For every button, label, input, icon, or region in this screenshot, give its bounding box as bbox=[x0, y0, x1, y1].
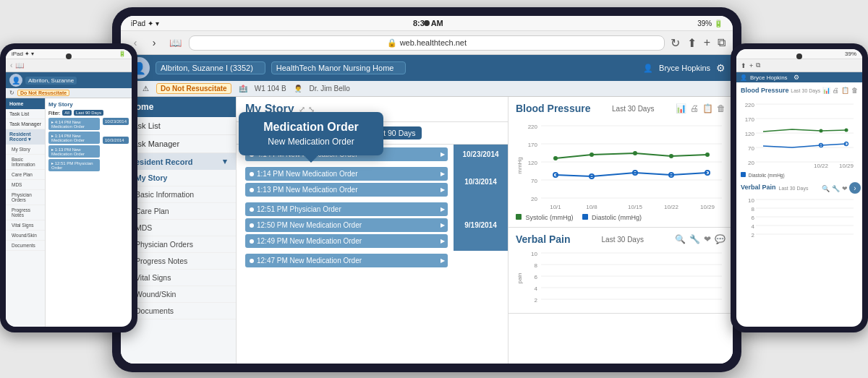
share-button[interactable]: ⬆ bbox=[687, 36, 697, 50]
right-browser-bar: ⬆ + ⧉ bbox=[736, 59, 862, 72]
right-diastolic-legend: Diastolic (mmHg) bbox=[741, 172, 785, 178]
right-bp-icon3[interactable]: 📋 bbox=[841, 87, 849, 94]
entry-card-2[interactable]: 1:14 PM New Medication Order bbox=[245, 167, 448, 181]
bp-icon-3[interactable]: 📋 bbox=[702, 103, 713, 113]
pain-icon-2[interactable]: 🔧 bbox=[689, 234, 700, 244]
sidebar-woundskin[interactable]: Wound/Skin bbox=[121, 286, 236, 303]
sidebar-mystory[interactable]: My Story bbox=[121, 170, 236, 186]
left-entry-3[interactable]: ▸ 1:13 PM New Medication Order bbox=[48, 145, 100, 158]
bp-icon-4[interactable]: 🗑 bbox=[717, 103, 726, 113]
left-entry-1[interactable]: ▸ 4:14 PM New Medication Order bbox=[48, 118, 100, 130]
right-share-btn[interactable]: ⬆ bbox=[741, 62, 746, 69]
entry-card-7[interactable]: 12:47 PM New Medication Order bbox=[245, 254, 448, 267]
sidebar-home[interactable]: Home bbox=[121, 97, 236, 117]
bookmarks-button[interactable]: 📖 bbox=[167, 35, 183, 51]
entry-text-3: 1:13 PM New Medication Order bbox=[257, 186, 358, 194]
sidebar-progressnotes[interactable]: Progress Notes bbox=[121, 253, 236, 270]
right-pain-chart: 10 8 6 4 2 bbox=[741, 196, 858, 239]
sidebar-documents[interactable]: Documents bbox=[121, 303, 236, 319]
app-header: 👤 Albriton, Suzanne I (3352) HealthTech … bbox=[121, 55, 733, 81]
svg-text:10/29: 10/29 bbox=[700, 204, 715, 210]
left-sidebar-documents[interactable]: Documents bbox=[6, 241, 45, 251]
left-entry-2[interactable]: ▸ 1:14 PM New Medication Order bbox=[48, 132, 100, 144]
right-pain-icon2[interactable]: 🔧 bbox=[832, 185, 840, 192]
left-sidebar-mystory[interactable]: My Story bbox=[6, 145, 45, 155]
right-bp-icon4[interactable]: 🗑 bbox=[851, 87, 858, 94]
left-sidebar-basicinfo[interactable]: Basic Information bbox=[6, 155, 45, 170]
pain-chart-section: Verbal Pain Last 30 Days 🔍 🔧 ❤ 💬 bbox=[509, 228, 733, 314]
left-sidebar-mds[interactable]: MDS bbox=[6, 180, 45, 190]
systolic-point bbox=[705, 153, 710, 157]
right-ipad-bezel: 39% ⬆ + ⧉ 👤 Bryce Hopkins ⚙ Blood Pressu… bbox=[736, 49, 862, 327]
entry-dot bbox=[250, 259, 254, 263]
address-bar[interactable]: 🔒 web.healthtech.net bbox=[189, 35, 665, 51]
left-sidebar-careplan[interactable]: Care Plan bbox=[6, 170, 45, 180]
left-filter-all[interactable]: All bbox=[62, 110, 72, 116]
entry-card-3[interactable]: 1:13 PM New Medication Order bbox=[245, 183, 448, 197]
svg-text:20: 20 bbox=[531, 196, 537, 202]
right-bp-icon2[interactable]: 🖨 bbox=[833, 87, 839, 94]
pain-icon-4[interactable]: 💬 bbox=[715, 234, 726, 244]
left-resident-select[interactable]: Albriton, Suzanne bbox=[25, 77, 77, 85]
sidebar-taskmanager[interactable]: Task Manager bbox=[121, 135, 236, 153]
sidebar-tasklist[interactable]: Task List bbox=[121, 117, 236, 135]
svg-text:10/22: 10/22 bbox=[664, 204, 679, 210]
url-text: web.healthtech.net bbox=[400, 38, 467, 47]
right-gear-icon[interactable]: ⚙ bbox=[793, 74, 799, 81]
svg-text:6: 6 bbox=[535, 274, 538, 280]
right-pain-icon3[interactable]: ❤ bbox=[842, 185, 848, 192]
sidebar-mds[interactable]: MDS bbox=[121, 220, 236, 236]
right-username: Bryce Hopkins bbox=[750, 74, 788, 81]
sidebar-vitalsigns[interactable]: Vital Signs bbox=[121, 270, 236, 286]
new-tab-button[interactable]: + bbox=[704, 36, 710, 49]
svg-text:70: 70 bbox=[531, 178, 537, 184]
left-sidebar-taskmanager[interactable]: Task Manager bbox=[6, 119, 45, 129]
entry-card-5[interactable]: 12:50 PM New Medication Order bbox=[245, 218, 448, 232]
left-sidebar-home[interactable]: Home bbox=[6, 98, 45, 109]
left-refresh[interactable]: ↻ bbox=[9, 90, 14, 96]
left-back-btn[interactable]: ‹ bbox=[10, 61, 12, 69]
right-newtab-btn[interactable]: + bbox=[749, 62, 753, 69]
right-diastolic-dot bbox=[741, 172, 746, 177]
resident-dropdown[interactable]: Albriton, Suzanne I (3352) bbox=[156, 61, 265, 74]
reload-button[interactable]: ↻ bbox=[671, 36, 680, 50]
right-scroll-arrow[interactable]: › bbox=[849, 182, 861, 194]
settings-gear-icon[interactable]: ⚙ bbox=[716, 62, 726, 74]
left-sidebar-residentrecord[interactable]: Resident Record ▾ bbox=[6, 129, 45, 145]
pain-icon-1[interactable]: 🔍 bbox=[675, 234, 686, 244]
doctor-name: Dr. Jim Bello bbox=[310, 85, 350, 93]
right-pain-icon1[interactable]: 🔍 bbox=[822, 185, 830, 192]
dnr-badge: Do Not Resuscitate bbox=[156, 83, 231, 94]
right-bp-title: Blood Pressure bbox=[741, 87, 789, 94]
entry-card-6[interactable]: 12:49 PM New Medication Order bbox=[245, 234, 448, 248]
systolic-point bbox=[633, 151, 637, 155]
left-sidebar-progressnotes[interactable]: Progress Notes bbox=[6, 205, 45, 220]
tab-view-button[interactable]: ⧉ bbox=[718, 36, 726, 49]
entry-items-3: 12:51 PM Physician Order 12:50 PM New Me… bbox=[237, 199, 454, 251]
diastolic-line bbox=[556, 173, 707, 176]
entry-card-4[interactable]: 12:51 PM Physician Order bbox=[245, 202, 448, 216]
left-date-range[interactable]: Last 90 Days bbox=[74, 110, 103, 116]
facility-dropdown[interactable]: HealthTech Manor Nursing Home bbox=[271, 61, 407, 74]
bp-icon-1[interactable]: 📊 bbox=[676, 103, 686, 113]
svg-text:10/1: 10/1 bbox=[550, 204, 561, 210]
left-sidebar-tasklist[interactable]: Task List bbox=[6, 109, 45, 119]
left-entry-4[interactable]: ▸ 12:51 PM Physician Order bbox=[48, 159, 100, 171]
sidebar-physicianorders[interactable]: Physician Orders bbox=[121, 236, 236, 253]
left-ipad: iPad ✦ ▾ 🔋 ‹ 📖 👤 Albriton, Suzanne ↻ Do … bbox=[0, 43, 137, 332]
left-sidebar-vitalsigns[interactable]: Vital Signs bbox=[6, 220, 45, 231]
bp-icon-2[interactable]: 🖨 bbox=[690, 103, 699, 113]
sidebar-careplan[interactable]: Care Plan bbox=[121, 203, 236, 220]
left-book-btn[interactable]: 📖 bbox=[15, 61, 24, 69]
left-sidebar-woundskin[interactable]: Wound/Skin bbox=[6, 231, 45, 241]
right-tabview-btn[interactable]: ⧉ bbox=[756, 61, 760, 69]
sidebar-residentrecord[interactable]: Resident Record ▾ bbox=[121, 153, 236, 170]
left-ipad-bezel: iPad ✦ ▾ 🔋 ‹ 📖 👤 Albriton, Suzanne ↻ Do … bbox=[6, 49, 132, 327]
bp-chart-header: Blood Pressure Last 30 Days 📊 🖨 📋 🗑 bbox=[516, 103, 726, 114]
pain-icon-3[interactable]: ❤ bbox=[704, 234, 711, 244]
left-sidebar-physicianorders[interactable]: Physician Orders bbox=[6, 190, 45, 205]
forward-button[interactable]: › bbox=[147, 35, 161, 50]
sidebar-basicinfo[interactable]: Basic Information bbox=[121, 186, 236, 203]
left-date-1: 10/23/2014 bbox=[103, 118, 129, 125]
right-bp-icon1[interactable]: 📊 bbox=[822, 87, 830, 94]
